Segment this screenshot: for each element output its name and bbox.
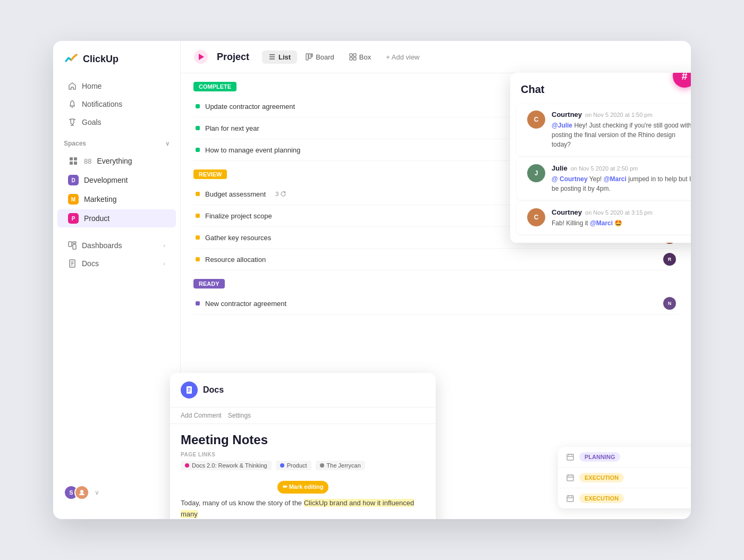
add-view-label: + Add view <box>386 53 419 61</box>
docs-chevron: › <box>163 260 165 267</box>
tab-board[interactable]: Board <box>299 50 341 64</box>
table-row[interactable]: New contractor agreement N <box>193 293 678 315</box>
grid-icon <box>68 156 79 166</box>
chat-body: 🤩 <box>614 219 622 227</box>
chat-meta: Courtney on Nov 5 2020 at 1:50 pm <box>552 111 691 118</box>
mention: @Julie <box>552 122 572 129</box>
clickup-logo-icon <box>64 52 79 66</box>
chat-content: Julie on Nov 5 2020 at 2:50 pm @ Courtne… <box>552 164 691 193</box>
chat-time: on Nov 5 2020 at 2:50 pm <box>571 165 638 172</box>
docs-body: ✏ Mark editing Today, many of us know th… <box>170 477 436 519</box>
spaces-section-header: Spaces ∨ <box>53 131 180 151</box>
mention: @Marci <box>604 175 627 183</box>
svg-rect-19 <box>311 54 312 57</box>
sidebar-item-home[interactable]: Home <box>57 78 176 95</box>
doc-icon-button[interactable] <box>181 381 198 398</box>
svg-rect-28 <box>567 454 573 460</box>
chat-content: Courtney on Nov 5 2020 at 3:15 pm Fab! K… <box>552 208 691 228</box>
development-icon: D <box>68 175 79 185</box>
docs-panel-header: Docs <box>170 373 436 408</box>
execution-badge-2: EXECUTION <box>579 494 624 503</box>
svg-rect-20 <box>350 54 352 56</box>
marketing-icon: M <box>68 194 79 205</box>
task-left: Finalize project scope <box>196 212 272 220</box>
chat-avatar: C <box>527 111 545 129</box>
sidebar-item-notifications[interactable]: Notifications <box>57 96 176 113</box>
product-icon: P <box>68 213 79 224</box>
mark-editing-button[interactable]: ✏ Mark editing <box>277 481 329 494</box>
add-view-button[interactable]: + Add view <box>379 50 426 64</box>
task-name: How to manage event planning <box>205 146 300 154</box>
task-count: 3 <box>275 191 286 197</box>
mention: @Marci <box>590 219 613 227</box>
sidebar-item-dashboards[interactable]: Dashboards › <box>57 237 176 254</box>
add-comment-button[interactable]: Add Comment <box>181 412 222 419</box>
chat-content: Courtney on Nov 5 2020 at 1:50 pm @Julie… <box>552 111 691 149</box>
settings-button[interactable]: Settings <box>228 412 251 419</box>
page-link-label: Docs 2.0: Rework & Thinking <box>192 462 267 469</box>
chat-text: Fab! Killing it @Marci 🤩 <box>552 218 691 228</box>
svg-rect-6 <box>73 242 76 243</box>
goals-label: Goals <box>82 118 102 126</box>
bell-icon <box>68 100 77 108</box>
svg-rect-17 <box>306 54 308 60</box>
task-avatar: R <box>663 253 676 266</box>
task-avatar: N <box>663 297 676 310</box>
user-area: S ∨ <box>53 477 180 508</box>
page-link-dot <box>185 463 189 468</box>
sidebar-item-product[interactable]: P Product <box>57 209 176 227</box>
svg-rect-5 <box>73 244 76 249</box>
chat-message: C Courtney on Nov 5 2020 at 1:50 pm @Jul… <box>517 104 691 156</box>
chat-time: on Nov 5 2020 at 3:15 pm <box>585 209 653 216</box>
task-name: Resource allocation <box>205 256 266 264</box>
marketing-label: Marketing <box>84 195 116 203</box>
view-tabs: List Board Box + Add <box>262 50 426 64</box>
user-menu-chevron[interactable]: ∨ <box>95 489 99 496</box>
task-name: Finalize project scope <box>205 212 272 220</box>
planning-badge: PLANNING <box>579 452 620 462</box>
chat-author: Courtney <box>552 111 582 118</box>
svg-rect-23 <box>353 57 356 60</box>
sidebar-item-everything[interactable]: 88 Everything <box>57 152 176 170</box>
tab-list-label: List <box>278 53 291 61</box>
docs-panel-title: Docs <box>203 385 224 395</box>
sidebar-item-marketing[interactable]: M Marketing <box>57 190 176 208</box>
svg-rect-21 <box>353 54 356 56</box>
refresh-icon <box>280 191 286 197</box>
dashboards-icon <box>68 241 77 250</box>
task-name: New contractor agreement <box>205 300 286 308</box>
sidebar-item-goals[interactable]: Goals <box>57 114 176 131</box>
docs-panel: Docs Add Comment Settings Meeting Notes … <box>170 373 436 519</box>
sidebar-item-development[interactable]: D Development <box>57 171 176 189</box>
chat-message: J Julie on Nov 5 2020 at 2:50 pm @ Court… <box>517 158 691 200</box>
page-link[interactable]: Docs 2.0: Rework & Thinking <box>181 461 272 470</box>
chat-avatar: J <box>527 164 545 182</box>
mention: @ Courtney <box>552 175 588 183</box>
chat-text: @ Courtney Yep! @Marci jumped in to help… <box>552 174 691 193</box>
tab-box[interactable]: Box <box>343 50 377 64</box>
tab-board-label: Board <box>316 53 334 61</box>
spaces-chevron[interactable]: ∨ <box>165 140 170 147</box>
sidebar-item-docs[interactable]: Docs › <box>57 255 176 272</box>
everything-count: 88 <box>84 157 91 165</box>
task-dot-complete <box>196 148 200 152</box>
svg-point-11 <box>80 490 83 493</box>
task-dot-complete <box>196 104 200 108</box>
logo-area: ClickUp <box>53 52 180 77</box>
task-name: Budget assessment <box>205 190 266 198</box>
chat-message: C Courtney on Nov 5 2020 at 3:15 pm Fab!… <box>517 202 691 234</box>
tab-list[interactable]: List <box>262 50 297 64</box>
page-link[interactable]: The Jerrycan <box>316 461 365 470</box>
product-label: Product <box>84 214 109 223</box>
task-name: Update contractor agreement <box>205 103 295 111</box>
page-link-dot <box>280 463 284 468</box>
tab-box-label: Box <box>359 53 371 61</box>
page-link[interactable]: Product <box>276 461 311 470</box>
top-bar: Project List Board <box>181 41 691 73</box>
home-label: Home <box>82 82 102 90</box>
home-icon <box>68 82 77 90</box>
svg-rect-4 <box>69 242 72 247</box>
svg-rect-18 <box>309 54 311 58</box>
planning-row: PLANNING <box>558 447 691 468</box>
table-row[interactable]: Resource allocation R <box>193 249 678 270</box>
